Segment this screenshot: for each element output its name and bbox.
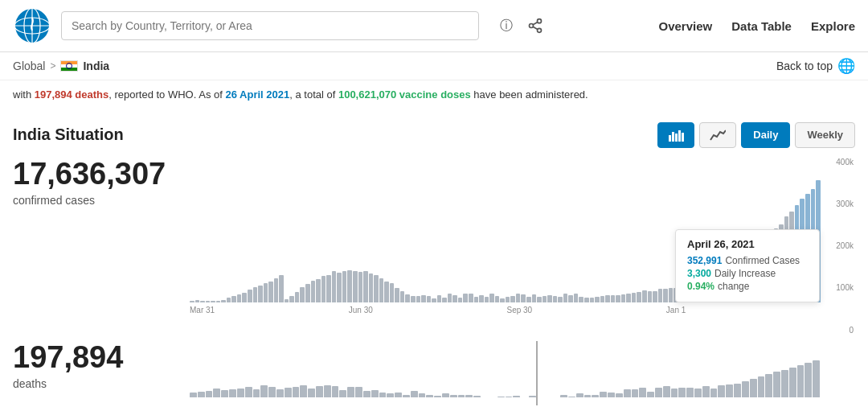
globe-icon: 🌐 [837, 57, 855, 75]
header: ⓘ Overview Data Table Explore [0, 0, 868, 52]
vaccine-highlight: 100,621,070 vaccine doses [338, 88, 471, 101]
deaths-stats-panel: 197,894 deaths [13, 341, 190, 408]
search-input[interactable] [61, 11, 479, 40]
x-label-mar: Mar 31 [190, 306, 215, 314]
svg-rect-12 [675, 134, 678, 142]
breadcrumb-country: India [83, 60, 109, 72]
line-chart-icon [710, 129, 726, 142]
chart-controls: Daily Weekly [657, 122, 855, 148]
svg-line-8 [533, 27, 538, 29]
svg-rect-11 [672, 132, 674, 142]
info-button[interactable]: ⓘ [495, 14, 518, 37]
bar-chart-icon [668, 129, 684, 142]
who-logo [13, 6, 51, 45]
tooltip-increase-value: 3,300 [687, 268, 711, 279]
x-label-sep: Sep 30 [506, 306, 532, 314]
breadcrumb-separator: > [50, 60, 55, 72]
nav-explore[interactable]: Explore [811, 19, 855, 33]
deaths-label: deaths [13, 377, 190, 390]
nav-links: Overview Data Table Explore [659, 19, 856, 33]
deaths-chart[interactable] [190, 341, 855, 408]
deaths-section: 197,894 deaths [13, 341, 855, 408]
breadcrumb-bar: Global > India Back to top 🌐 [0, 52, 868, 80]
description-text: with 197,894 deaths, reported to WHO. As… [0, 80, 868, 109]
chart-tooltip: April 26, 2021 352,991 Confirmed Cases 3… [675, 229, 820, 302]
deaths-highlight: 197,894 deaths [35, 88, 109, 101]
india-flag-icon [60, 60, 78, 72]
tooltip-increase-label: Daily Increase [714, 268, 776, 279]
x-label-jun: Jun 30 [349, 306, 373, 314]
info-icon: ⓘ [500, 18, 513, 35]
deaths-chart-area: 197,894 deaths [13, 341, 855, 408]
y-label-0: 0 [849, 326, 854, 335]
tooltip-increase-row: 3,300 Daily Increase [687, 268, 808, 279]
back-to-top-label: Back to top [776, 60, 833, 72]
confirmed-cases-label: confirmed cases [13, 194, 190, 207]
tooltip-pct-label: change [718, 281, 749, 292]
tooltip-confirmed-row: 352,991 Confirmed Cases [687, 255, 808, 266]
svg-rect-14 [682, 133, 684, 142]
stats-chart-area: 17,636,307 confirmed cases 400k 300k 200… [13, 158, 855, 335]
nav-data-table[interactable]: Data Table [731, 19, 792, 33]
svg-rect-13 [678, 130, 681, 142]
breadcrumb-global[interactable]: Global [13, 60, 45, 72]
situation-title: India Situation [13, 125, 124, 144]
svg-point-6 [530, 24, 534, 28]
chart-area: 400k 300k 200k 100k 0 Mar 31 Jun 30 Sep … [190, 158, 855, 335]
daily-button[interactable]: Daily [741, 122, 790, 148]
back-to-top-button[interactable]: Back to top 🌐 [776, 57, 855, 75]
tooltip-confirmed-value: 352,991 [687, 255, 722, 266]
share-icon [527, 18, 543, 34]
tooltip-pct-row: 0.94% change [687, 281, 808, 292]
chart-bar-button[interactable] [657, 122, 694, 148]
svg-point-5 [538, 19, 542, 23]
main-content: India Situation Daily Weekly [0, 109, 868, 408]
svg-line-9 [533, 22, 538, 24]
situation-header: India Situation Daily Weekly [13, 122, 855, 148]
chart-line-button[interactable] [699, 122, 736, 148]
date-highlight: 26 April 2021 [225, 88, 289, 101]
x-axis: Mar 31 Jun 30 Sep 30 Jan 1 [190, 306, 855, 314]
stats-panel: 17,636,307 confirmed cases [13, 158, 190, 335]
svg-rect-10 [669, 135, 671, 142]
tooltip-date: April 26, 2021 [687, 238, 808, 250]
x-label-jan: Jan 1 [666, 306, 686, 314]
tooltip-pct-value: 0.94% [687, 281, 714, 292]
header-icons: ⓘ [495, 14, 547, 37]
svg-point-7 [538, 28, 542, 32]
weekly-button[interactable]: Weekly [795, 122, 855, 148]
breadcrumb: Global > India [13, 60, 109, 72]
deaths-number: 197,894 [13, 341, 190, 375]
confirmed-cases-number: 17,636,307 [13, 158, 190, 191]
share-button[interactable] [524, 14, 547, 37]
nav-overview[interactable]: Overview [659, 19, 713, 33]
tooltip-confirmed-label: Confirmed Cases [725, 255, 800, 266]
